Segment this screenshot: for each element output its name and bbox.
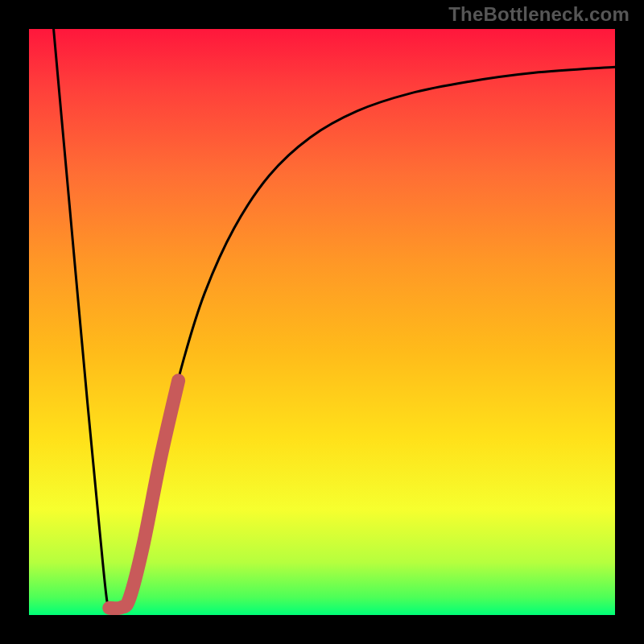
curve-layer bbox=[29, 29, 615, 615]
watermark-text: TheBottleneck.com bbox=[448, 3, 630, 26]
plot-area bbox=[29, 29, 615, 615]
bottleneck-curve bbox=[54, 29, 615, 609]
highlight-segment bbox=[109, 381, 179, 609]
chart-frame: TheBottleneck.com bbox=[0, 0, 644, 644]
